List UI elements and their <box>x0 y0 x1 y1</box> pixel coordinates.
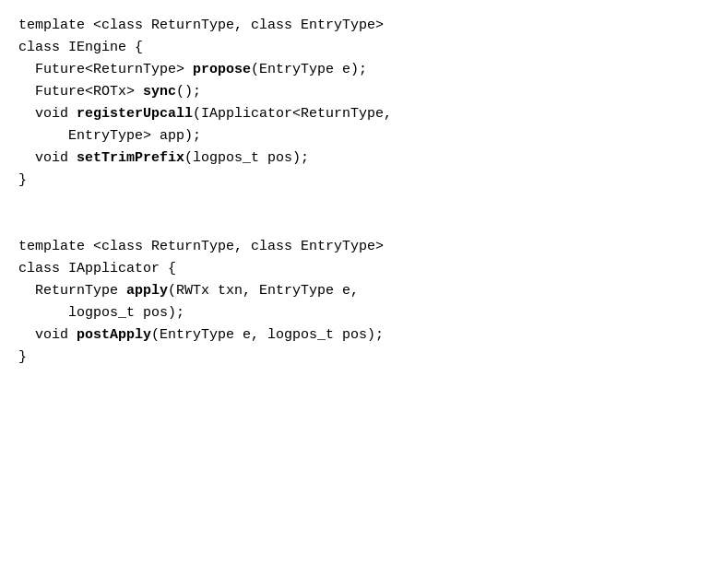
keyword-settrimprefix: setTrimPrefix <box>77 150 184 166</box>
keyword-propose: propose <box>193 62 251 77</box>
line-b2l5: void postApply(EntryType e, logpos_t pos… <box>18 324 705 347</box>
keyword-postapply: postApply <box>77 327 151 343</box>
line-b1l2: class IEngine { <box>18 37 705 59</box>
line-b1l8: } <box>18 170 705 192</box>
keyword-registerupcall: registerUpcall <box>77 106 193 122</box>
code-container: template <class ReturnType, class EntryT… <box>18 15 705 369</box>
line-b1l5: void registerUpcall(IApplicator<ReturnTy… <box>18 103 705 125</box>
keyword-sync: sync <box>143 84 176 100</box>
line-b2l1: template <class ReturnType, class EntryT… <box>18 236 705 258</box>
line-b1l7: void setTrimPrefix(logpos_t pos); <box>18 147 705 170</box>
line-b2l3: ReturnType apply(RWTx txn, EntryType e, <box>18 280 705 302</box>
line-b2l6: } <box>18 347 705 369</box>
line-b2l2: class IApplicator { <box>18 258 705 280</box>
code-block-1: template <class ReturnType, class EntryT… <box>18 15 705 192</box>
keyword-apply: apply <box>126 283 168 299</box>
code-block-2: template <class ReturnType, class EntryT… <box>18 236 705 369</box>
line-b1l6: EntryType> app); <box>18 125 705 147</box>
line-b2l4: logpos_t pos); <box>18 302 705 324</box>
line-b1l1: template <class ReturnType, class EntryT… <box>18 15 705 37</box>
line-b1l3: Future<ReturnType> propose(EntryType e); <box>18 59 705 81</box>
code-spacer <box>18 214 705 236</box>
line-b1l4: Future<ROTx> sync(); <box>18 81 705 103</box>
